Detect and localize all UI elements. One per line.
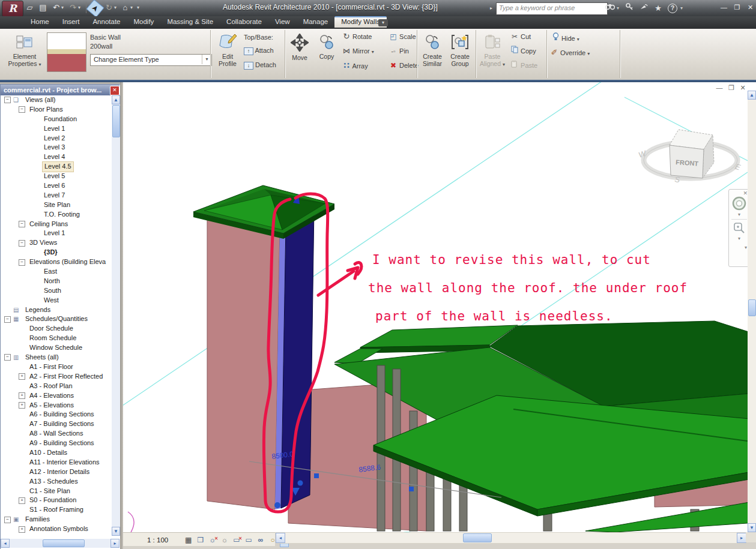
tree-item-a5-elevations[interactable]: +A5 - Elevations <box>1 401 111 410</box>
tree-item-a7-building-sections[interactable]: A7 - Building Sections <box>1 419 111 429</box>
tab-collaborate[interactable]: Collaborate <box>220 16 268 28</box>
view-scale[interactable]: 1 : 100 <box>147 536 168 544</box>
collapse-icon[interactable]: − <box>4 354 11 361</box>
tab-view[interactable]: View <box>268 16 297 28</box>
tree-item-s1-roof-framing[interactable]: S1 - Roof Framing <box>1 505 111 515</box>
scroll-thumb[interactable] <box>463 533 492 542</box>
paste-aligned-button[interactable]: Paste Aligned ▾ <box>478 34 507 68</box>
scroll-thumb[interactable] <box>112 105 120 137</box>
default-3d-view-icon[interactable]: ⌂ <box>119 2 131 14</box>
collapse-icon[interactable]: − <box>4 316 11 323</box>
tab-manage[interactable]: Manage <box>297 16 335 28</box>
scroll-left-icon[interactable]: ◂ <box>276 533 285 543</box>
modify-cursor-icon[interactable]: ➤ <box>86 0 104 17</box>
tree-item-legends[interactable]: ▤Legends <box>1 305 111 315</box>
tree-item-a12-interior-details[interactable]: A12 - Interior Details <box>1 467 111 477</box>
browser-vertical-scrollbar[interactable]: ▲ ▼ <box>112 95 120 536</box>
tree-item-a13-schedules[interactable]: A13 - Schedules <box>1 477 111 487</box>
search-options-dropdown-icon[interactable]: ▾ <box>617 5 623 11</box>
tree-item-families[interactable]: −▣Families <box>1 515 111 524</box>
key-subscription-icon[interactable] <box>623 2 635 14</box>
tab-insert[interactable]: Insert <box>56 16 86 28</box>
search-input[interactable]: Type a keyword or phrase <box>496 2 608 15</box>
collapse-icon[interactable]: − <box>19 259 25 266</box>
edit-profile-button[interactable]: Edit Profile <box>214 32 241 67</box>
tree-item-level-5[interactable]: Level 5 <box>1 172 111 181</box>
canvas-vertical-scrollbar[interactable]: ▲ ▼ <box>748 91 756 532</box>
zoom-icon[interactable] <box>729 221 749 236</box>
tab-modify[interactable]: Modify <box>127 16 161 28</box>
sun-path-icon[interactable]: ☼ <box>219 533 229 547</box>
model-graphics-style-icon[interactable]: ❒ <box>195 533 205 547</box>
project-browser-title[interactable]: commercial.rvt - Project brow... <box>1 85 119 95</box>
save-icon[interactable]: ▤ <box>37 2 49 14</box>
scroll-right-icon[interactable]: ▸ <box>737 533 746 543</box>
tree-item-south[interactable]: South <box>1 286 111 296</box>
tree-item-a8-wall-sections[interactable]: A8 - Wall Sections <box>1 429 111 439</box>
collapse-icon[interactable]: − <box>19 106 25 113</box>
collapse-icon[interactable]: − <box>4 97 11 103</box>
tree-item-west[interactable]: West <box>1 296 111 305</box>
tree-item-foundation[interactable]: Foundation <box>1 115 111 124</box>
move-button[interactable]: Move <box>287 34 312 61</box>
collapse-icon[interactable]: − <box>4 517 11 523</box>
tree-item-views-all-[interactable]: −❏Views (all) <box>1 95 111 105</box>
scroll-thumb[interactable] <box>43 539 85 547</box>
tree-item-elevations-building-eleva[interactable]: −Elevations (Building Eleva <box>1 257 111 267</box>
mirror-dropdown-icon[interactable]: ▾ <box>372 49 374 55</box>
create-group-button[interactable]: Create Group <box>447 34 473 67</box>
restore-button[interactable]: ❐ <box>731 3 743 13</box>
tree-item-a10-details[interactable]: A10 - Details <box>1 448 111 458</box>
zoom-dropdown-icon[interactable]: ▾ <box>729 236 749 241</box>
change-element-type-select[interactable]: Change Element Type ▾ <box>90 54 212 66</box>
tree-item-sheets-all-[interactable]: −▥Sheets (all) <box>1 353 111 362</box>
navbar-options-icon[interactable]: ▾ <box>729 245 749 250</box>
3d-view-scene[interactable]: 8500.0 8588.6 I want to revise this wall… <box>123 82 756 532</box>
ribbon-minimize-button[interactable]: ▾ <box>378 19 388 26</box>
tree-item-door-schedule[interactable]: Door Schedule <box>1 324 111 334</box>
binoculars-icon[interactable] <box>604 2 616 14</box>
tree-item-3d-views[interactable]: −3D Views <box>1 238 111 248</box>
tree-item-a4-elevations[interactable]: +A4 - Elevations <box>1 391 111 401</box>
scroll-down-icon[interactable]: ▼ <box>748 523 756 532</box>
scroll-down-icon[interactable]: ▼ <box>112 527 120 536</box>
rotate-button[interactable]: ↻ Rotate <box>342 31 372 43</box>
drawing-area[interactable]: 8500.0 8588.6 I want to revise this wall… <box>123 82 756 549</box>
tree-item-schedules-quantities[interactable]: −▦Schedules/Quantities <box>1 314 111 324</box>
canvas-horizontal-scrollbar[interactable]: ◂ ▸ <box>275 532 747 544</box>
orbit-icon[interactable]: ↻ <box>103 2 115 14</box>
delete-button[interactable]: ✖ Delete <box>389 59 419 71</box>
shadows-off-icon[interactable]: ☼✕ <box>207 533 217 547</box>
cut-button[interactable]: ✂ Cut <box>510 31 531 43</box>
tree-item-a9-building-sections[interactable]: A9 - Building Sections <box>1 439 111 448</box>
help-icon[interactable]: ? <box>667 2 679 14</box>
undo-dropdown-icon[interactable]: ▾ <box>61 5 67 10</box>
mirror-button[interactable]: ⋈ Mirror ▾ <box>342 45 374 57</box>
redo-dropdown-icon[interactable]: ▾ <box>78 5 84 10</box>
tree-item-level-4-5[interactable]: Level 4.5 <box>1 162 111 172</box>
navigation-bar[interactable]: ✕ ▾ ▾ ▾ <box>728 189 750 267</box>
override-dropdown-icon[interactable]: ▾ <box>587 51 590 56</box>
redo-icon[interactable]: ↷ <box>67 2 79 14</box>
expand-icon[interactable]: + <box>19 526 25 533</box>
tree-item-ceiling-plans[interactable]: −Ceiling Plans <box>1 220 111 229</box>
tree-item-a2-first-floor-reflected[interactable]: +A2 - First Floor Reflected <box>1 372 111 382</box>
communication-center-icon[interactable] <box>638 2 650 14</box>
open-icon[interactable]: ▱ <box>24 2 35 14</box>
crop-view-icon[interactable]: ▭✕ <box>231 533 241 547</box>
minimize-button[interactable]: — <box>718 3 730 13</box>
undo-icon[interactable]: ↶ <box>50 2 62 14</box>
tree-item-a3-roof-plan[interactable]: A3 - Roof Plan <box>1 382 111 391</box>
collapse-icon[interactable]: − <box>19 240 25 247</box>
copy-button[interactable]: Copy <box>315 34 339 60</box>
create-similar-button[interactable]: Create Similar <box>419 34 446 67</box>
tree-item-level-4[interactable]: Level 4 <box>1 152 111 162</box>
expand-icon[interactable]: + <box>19 402 25 409</box>
view-restore-icon[interactable]: ❐ <box>726 83 737 92</box>
view-close-icon[interactable]: ✕ <box>737 83 748 92</box>
tree-item-c1-site-plan[interactable]: C1 - Site Plan <box>1 487 111 496</box>
scroll-up-icon[interactable]: ▲ <box>748 91 756 100</box>
detach-button[interactable]: ↓ Detach <box>244 59 276 71</box>
tree-item--3d-[interactable]: {3D} <box>1 248 111 257</box>
collapse-icon[interactable]: − <box>19 221 25 227</box>
